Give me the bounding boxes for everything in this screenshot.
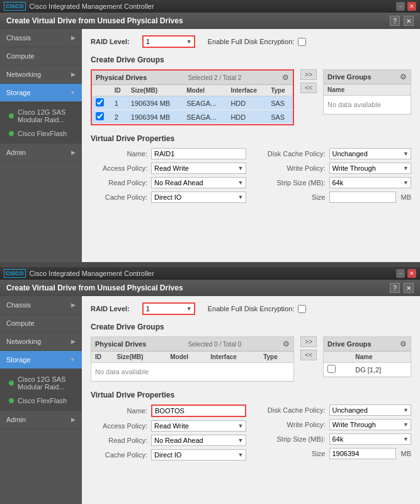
write-label-2: Write Policy:	[256, 421, 326, 428]
cache-label-2: Cache Policy:	[91, 451, 147, 459]
dg-nodata-1: No data available	[324, 96, 411, 114]
th-id-2: ID	[91, 352, 113, 363]
sidebar-item-chassis-1[interactable]: Chassis ▶	[0, 29, 82, 47]
diskcache-row-2: Disk Cache Policy: Unchanged ▼	[256, 404, 412, 416]
close-dialog-button-2[interactable]: ✕	[404, 283, 414, 293]
cisco-logo-1: CISCO	[4, 2, 26, 11]
dg-check-2[interactable]	[327, 365, 336, 373]
minimize-button-2[interactable]: −	[396, 269, 405, 278]
write-label-1: Write Policy:	[256, 164, 326, 172]
help-button-2[interactable]: ?	[390, 283, 400, 293]
read-select-1[interactable]: No Read Ahead	[152, 178, 246, 188]
diskcache-select-1[interactable]: Unchanged	[330, 149, 411, 159]
th-id-1: ID	[111, 85, 127, 96]
forward-btn-2[interactable]: >>	[300, 336, 317, 347]
read-select-wrap-2: No Read Ahead ▼	[151, 435, 246, 446]
pd-check-1-2[interactable]	[96, 112, 104, 120]
dg-th-name-1: Name	[324, 84, 411, 96]
pd-title-1: Physical Drives	[96, 74, 147, 81]
encrypt-label-2: Enable Full Disk Encryption:	[208, 305, 295, 312]
dialog-title-1: Create Virtual Drive from Unused Physica…	[6, 16, 183, 25]
th-interface-1: Interface	[227, 85, 267, 96]
strip-row-1: Strip Size (MB): 64k ▼	[256, 177, 412, 188]
cisco-logo-2: CISCO	[4, 269, 26, 278]
encrypt-row-2: Enable Full Disk Encryption:	[208, 305, 307, 313]
win-controls-2: − ✕	[396, 269, 416, 278]
dg-gear-2[interactable]: ⚙	[400, 340, 407, 348]
sidebar-item-networking-1[interactable]: Networking ▶	[0, 66, 82, 84]
pd-iface-1-2: HDD	[227, 110, 267, 124]
pd-size-1-1: 1906394 MB	[127, 96, 183, 110]
sidebar-sub-flexflash-2[interactable]: Cisco FlexFlash	[0, 394, 82, 408]
title-bar-1: CISCO Cisco Integrated Management Contro…	[0, 0, 420, 13]
name-input-1[interactable]	[151, 148, 246, 159]
dg-row-2[interactable]: DG [1,2]	[324, 363, 411, 377]
access-select-2[interactable]: Read Write	[152, 421, 246, 431]
encrypt-checkbox-1[interactable]	[298, 38, 306, 46]
vdp-left-2: Name: Access Policy: Read Write ▼ Read P…	[91, 404, 246, 461]
size-input-1[interactable]	[329, 192, 396, 203]
write-select-1[interactable]: Write Through	[330, 163, 411, 173]
sidebar-item-admin-2[interactable]: Admin ▶	[0, 411, 82, 429]
back-btn-1[interactable]: <<	[300, 83, 317, 93]
size-row-1: Size MB	[256, 192, 412, 203]
pd-panel-header-1: Physical Drives Selected 2 / Total 2 ⚙	[92, 71, 293, 85]
pd-table-1: ID Size(MB) Model Interface Type 1	[92, 85, 293, 124]
cache-select-2[interactable]: Direct IO	[152, 450, 246, 460]
access-select-1[interactable]: Read Write	[152, 163, 246, 173]
encrypt-checkbox-2[interactable]	[298, 305, 306, 313]
cache-label-1: Cache Policy:	[91, 193, 147, 201]
write-select-2[interactable]: Write Through	[330, 420, 411, 430]
size-input-2[interactable]	[329, 448, 396, 459]
close-dialog-button-1[interactable]: ✕	[404, 16, 414, 26]
diskcache-label-1: Disk Cache Policy:	[256, 150, 326, 158]
chevron-admin-1: ▶	[71, 149, 76, 156]
pd-gear-1[interactable]: ⚙	[282, 73, 289, 82]
dialog-bar-2: Create Virtual Drive from Unused Physica…	[0, 280, 420, 296]
pd-title-2: Physical Drives	[95, 340, 146, 348]
close-button-1[interactable]: ✕	[407, 2, 416, 11]
sidebar-sub-2: Cisco 12G SAS Modular Raid... Cisco Flex…	[0, 369, 82, 411]
read-select-wrap-1: No Read Ahead ▼	[151, 177, 246, 188]
size-row-2: Size MB	[256, 448, 412, 459]
sidebar-item-compute-2[interactable]: Compute	[0, 314, 82, 333]
main-content-1: RAID Level: 1 ▼ Enable Full Disk Encrypt…	[82, 29, 420, 262]
sidebar-item-compute-1[interactable]: Compute	[0, 47, 82, 66]
cache-select-1[interactable]: Direct IO	[152, 192, 246, 202]
minimize-button-1[interactable]: −	[396, 2, 405, 11]
cache-row-1: Cache Policy: Direct IO ▼	[91, 192, 246, 203]
sidebar-item-chassis-2[interactable]: Chassis ▶	[0, 296, 82, 314]
help-button-1[interactable]: ?	[390, 16, 400, 26]
pd-row-1-1[interactable]: 1 1906394 MB SEAGA... HDD SAS	[92, 96, 293, 110]
chevron-storage-1: ▼	[70, 89, 76, 96]
sidebar-item-storage-2[interactable]: Storage ▼	[0, 351, 82, 369]
read-row-1: Read Policy: No Read Ahead ▼	[91, 177, 246, 188]
pd-gear-2[interactable]: ⚙	[283, 340, 290, 348]
app-title-2: Cisco Integrated Management Controller	[30, 270, 392, 277]
pd-table-2: ID Size(MB) Model Interface Type No data…	[91, 352, 293, 381]
strip-select-1[interactable]: 64k	[330, 178, 411, 188]
app-title-1: Cisco Integrated Management Controller	[30, 3, 392, 10]
sidebar-item-networking-2[interactable]: Networking ▶	[0, 333, 82, 351]
pd-check-1-1[interactable]	[96, 98, 104, 106]
raid-level-label-1: RAID Level:	[91, 38, 130, 45]
back-btn-2[interactable]: <<	[300, 350, 317, 360]
raid-level-select-1[interactable]: 1	[144, 37, 194, 47]
name-input-2[interactable]	[151, 404, 246, 417]
diskcache-select-2[interactable]: Unchanged	[330, 405, 411, 415]
close-button-2[interactable]: ✕	[407, 269, 416, 278]
strip-select-2[interactable]: 64k	[330, 434, 411, 444]
sidebar-sub-sas-2[interactable]: Cisco 12G SAS Modular Raid...	[0, 372, 82, 394]
pd-row-1-2[interactable]: 2 1906394 MB SEAGA... HDD SAS	[92, 110, 293, 124]
access-label-2: Access Policy:	[91, 422, 147, 430]
read-label-2: Read Policy:	[91, 437, 147, 444]
sidebar-item-storage-1[interactable]: Storage ▼	[0, 84, 82, 102]
sidebar-sub-flexflash-1[interactable]: Cisco FlexFlash	[0, 127, 82, 140]
sidebar-item-admin-1[interactable]: Admin ▶	[0, 144, 82, 162]
sidebar-sub-sas-1[interactable]: Cisco 12G SAS Modular Raid...	[0, 105, 82, 127]
raid-level-select-2[interactable]: 1	[144, 304, 194, 314]
forward-btn-1[interactable]: >>	[300, 69, 317, 80]
dg-gear-1[interactable]: ⚙	[400, 72, 407, 81]
vdp-right-2: Disk Cache Policy: Unchanged ▼ Write Pol…	[256, 404, 412, 461]
read-select-2[interactable]: No Read Ahead	[152, 435, 246, 445]
